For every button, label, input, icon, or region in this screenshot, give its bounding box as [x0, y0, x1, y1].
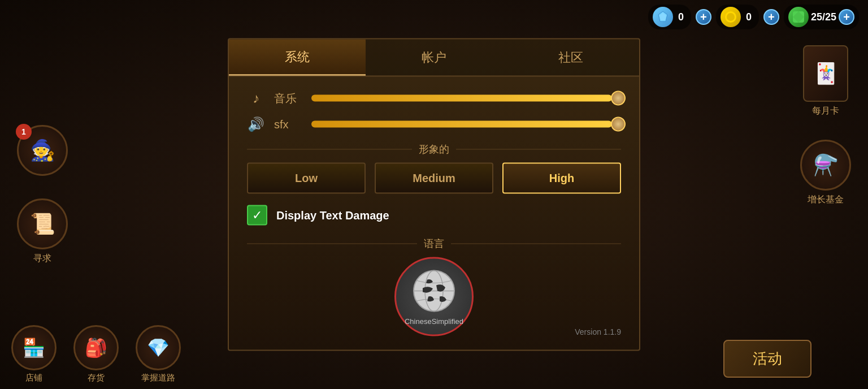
gem-currency: 0: [648, 5, 691, 29]
coin-currency: 0: [716, 5, 759, 29]
display-text-damage-label: Display Text Damage: [276, 209, 389, 222]
mastery-label: 掌握道路: [141, 373, 175, 383]
player-avatar-item[interactable]: 1 🧙: [17, 125, 68, 176]
sfx-label: sfx: [274, 118, 302, 131]
quality-row: Low Medium High: [247, 163, 621, 194]
monthly-card-icon[interactable]: 🃏: [803, 45, 848, 102]
quest-nav-item[interactable]: 📜 寻求: [17, 198, 68, 265]
tab-system[interactable]: 系统: [229, 40, 366, 76]
quest-icon[interactable]: 📜: [17, 198, 68, 249]
level-badge: 1: [16, 124, 32, 140]
growth-fund-icon[interactable]: ⚗️: [800, 140, 851, 191]
shop-icon[interactable]: 🏪: [11, 325, 57, 370]
add-health-button[interactable]: +: [839, 9, 854, 25]
music-slider-track[interactable]: [311, 95, 621, 102]
display-text-damage-row: ✓ Display Text Damage: [247, 205, 621, 226]
language-section: 语言 ChineseSimplified: [247, 237, 621, 336]
music-icon: ♪: [247, 90, 265, 106]
growth-fund-item[interactable]: ⚗️ 增长基金: [800, 140, 851, 206]
shop-label: 店铺: [25, 373, 42, 383]
globe-icon: [411, 268, 457, 313]
health-value: 25/25: [811, 11, 836, 23]
divider-left: [247, 149, 412, 149]
health-display: 25/25 +: [784, 5, 859, 29]
display-text-damage-checkbox[interactable]: ✓: [247, 205, 267, 226]
top-bar: 0 + 0 + 25/25 +: [639, 0, 868, 34]
language-label: 语言: [424, 237, 444, 250]
appearance-label: 形象的: [419, 142, 449, 156]
modal-tabs: 系统 帐户 社区: [229, 40, 639, 77]
appearance-divider: 形象的: [247, 142, 621, 156]
shop-nav-item[interactable]: 🏪 店铺: [11, 325, 57, 383]
mastery-icon[interactable]: 💎: [136, 325, 181, 370]
tab-account[interactable]: 帐户: [366, 40, 502, 76]
quality-low-button[interactable]: Low: [247, 163, 366, 194]
music-slider-fill: [311, 95, 612, 102]
music-label: 音乐: [274, 90, 302, 106]
tab-community[interactable]: 社区: [502, 40, 639, 76]
coin-icon: [721, 7, 741, 27]
sfx-slider-row: 🔊 sfx: [247, 116, 621, 132]
modal-content: ♪ 音乐 🔊 sfx 形象的 Low Medium High: [229, 77, 639, 350]
language-selector[interactable]: ChineseSimplified: [394, 257, 474, 336]
activity-button[interactable]: 活动: [723, 340, 811, 378]
language-divider: 语言: [247, 237, 621, 250]
coin-value: 0: [743, 11, 754, 23]
quest-label: 寻求: [33, 253, 51, 265]
lang-divider-right: [451, 243, 621, 244]
monthly-label: 每月卡: [812, 105, 839, 117]
player-avatar[interactable]: 1 🧙: [17, 125, 68, 176]
health-icon: [788, 7, 809, 27]
inventory-nav-item[interactable]: 🎒 存货: [73, 325, 119, 383]
music-slider-thumb[interactable]: [611, 91, 626, 106]
sfx-slider-fill: [311, 121, 612, 128]
growth-label: 增长基金: [808, 194, 844, 206]
add-coin-button[interactable]: +: [763, 9, 779, 25]
lang-divider-left: [247, 243, 417, 244]
sfx-slider-thumb[interactable]: [611, 117, 626, 132]
divider-right: [456, 149, 621, 149]
version-text: Version 1.1.9: [575, 327, 621, 336]
quality-medium-button[interactable]: Medium: [375, 163, 493, 194]
bottom-nav: 🏪 店铺 🎒 存货 💎 掌握道路: [11, 325, 181, 383]
gem-icon: [653, 7, 673, 27]
add-gem-button[interactable]: +: [696, 9, 711, 25]
inventory-icon[interactable]: 🎒: [73, 325, 119, 370]
quality-high-button[interactable]: High: [502, 163, 621, 194]
svg-point-3: [727, 13, 735, 21]
sfx-slider-track[interactable]: [311, 121, 621, 128]
monthly-card-item[interactable]: 🃏 每月卡: [803, 45, 848, 117]
sidebar-right: 🃏 每月卡 ⚗️ 增长基金: [800, 45, 851, 206]
language-name: ChineseSimplified: [405, 317, 463, 325]
gem-value: 0: [675, 11, 687, 23]
sfx-icon: 🔊: [247, 116, 265, 132]
inventory-label: 存货: [88, 373, 105, 383]
settings-modal: 系统 帐户 社区 ♪ 音乐 🔊 sfx 形象的: [228, 38, 640, 351]
mastery-nav-item[interactable]: 💎 掌握道路: [136, 325, 181, 383]
music-slider-row: ♪ 音乐: [247, 90, 621, 106]
